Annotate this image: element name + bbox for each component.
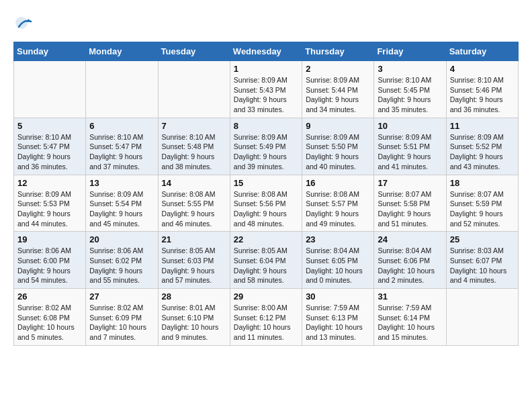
day-cell: 13Sunrise: 8:09 AM Sunset: 5:54 PM Dayli… [86, 175, 158, 232]
day-info: Sunrise: 8:09 AM Sunset: 5:50 PM Dayligh… [306, 132, 370, 172]
day-cell: 15Sunrise: 8:08 AM Sunset: 5:56 PM Dayli… [230, 175, 302, 232]
day-cell: 7Sunrise: 8:10 AM Sunset: 5:48 PM Daylig… [158, 118, 230, 175]
day-info: Sunrise: 8:01 AM Sunset: 6:10 PM Dayligh… [162, 303, 226, 342]
day-cell [446, 289, 518, 346]
day-info: Sunrise: 8:05 AM Sunset: 6:04 PM Dayligh… [234, 246, 298, 285]
calendar-body: 1Sunrise: 8:09 AM Sunset: 5:43 PM Daylig… [14, 61, 519, 346]
logo [13, 13, 38, 35]
day-info: Sunrise: 8:03 AM Sunset: 6:07 PM Dayligh… [450, 246, 515, 285]
day-number: 16 [306, 178, 370, 188]
day-number: 7 [162, 121, 226, 131]
day-number: 1 [234, 64, 298, 74]
day-cell [86, 61, 158, 118]
day-info: Sunrise: 8:10 AM Sunset: 5:48 PM Dayligh… [162, 132, 226, 172]
day-number: 5 [17, 121, 82, 131]
day-info: Sunrise: 8:10 AM Sunset: 5:46 PM Dayligh… [450, 75, 515, 115]
day-number: 20 [89, 234, 154, 244]
day-cell: 4Sunrise: 8:10 AM Sunset: 5:46 PM Daylig… [446, 61, 518, 118]
day-info: Sunrise: 8:09 AM Sunset: 5:44 PM Dayligh… [306, 75, 370, 115]
day-cell: 29Sunrise: 8:00 AM Sunset: 6:12 PM Dayli… [230, 289, 302, 346]
day-info: Sunrise: 8:05 AM Sunset: 6:03 PM Dayligh… [162, 246, 226, 285]
day-number: 2 [306, 64, 370, 74]
weekday-header-row: SundayMondayTuesdayWednesdayThursdayFrid… [14, 42, 519, 61]
day-cell: 16Sunrise: 8:08 AM Sunset: 5:57 PM Dayli… [302, 175, 374, 232]
day-number: 6 [89, 121, 154, 131]
day-cell: 12Sunrise: 8:09 AM Sunset: 5:53 PM Dayli… [14, 175, 86, 232]
week-row-3: 12Sunrise: 8:09 AM Sunset: 5:53 PM Dayli… [14, 175, 519, 232]
day-info: Sunrise: 7:59 AM Sunset: 6:13 PM Dayligh… [306, 303, 370, 342]
weekday-header-monday: Monday [86, 42, 158, 61]
day-cell: 28Sunrise: 8:01 AM Sunset: 6:10 PM Dayli… [158, 289, 230, 346]
day-info: Sunrise: 8:08 AM Sunset: 5:56 PM Dayligh… [234, 189, 298, 229]
day-cell: 18Sunrise: 8:07 AM Sunset: 5:59 PM Dayli… [446, 175, 518, 232]
day-number: 21 [162, 234, 226, 244]
day-number: 10 [378, 121, 442, 131]
day-cell: 27Sunrise: 8:02 AM Sunset: 6:09 PM Dayli… [86, 289, 158, 346]
day-info: Sunrise: 8:10 AM Sunset: 5:47 PM Dayligh… [89, 132, 154, 172]
day-info: Sunrise: 8:07 AM Sunset: 5:58 PM Dayligh… [378, 189, 442, 229]
day-cell: 26Sunrise: 8:02 AM Sunset: 6:08 PM Dayli… [14, 289, 86, 346]
day-cell: 9Sunrise: 8:09 AM Sunset: 5:50 PM Daylig… [302, 118, 374, 175]
day-cell: 8Sunrise: 8:09 AM Sunset: 5:49 PM Daylig… [230, 118, 302, 175]
day-number: 4 [450, 64, 515, 74]
day-info: Sunrise: 8:09 AM Sunset: 5:52 PM Dayligh… [450, 132, 515, 172]
day-info: Sunrise: 8:08 AM Sunset: 5:55 PM Dayligh… [162, 189, 226, 229]
week-row-5: 26Sunrise: 8:02 AM Sunset: 6:08 PM Dayli… [14, 289, 519, 346]
day-info: Sunrise: 8:09 AM Sunset: 5:43 PM Dayligh… [234, 75, 298, 115]
weekday-header-thursday: Thursday [302, 42, 374, 61]
day-number: 31 [378, 291, 442, 302]
day-cell: 6Sunrise: 8:10 AM Sunset: 5:47 PM Daylig… [86, 118, 158, 175]
weekday-header-sunday: Sunday [14, 42, 86, 61]
day-cell: 10Sunrise: 8:09 AM Sunset: 5:51 PM Dayli… [374, 118, 446, 175]
week-row-4: 19Sunrise: 8:06 AM Sunset: 6:00 PM Dayli… [14, 232, 519, 289]
day-number: 14 [162, 178, 226, 188]
day-number: 25 [450, 234, 515, 244]
day-number: 11 [450, 121, 515, 131]
day-number: 24 [378, 234, 442, 244]
day-cell [14, 61, 86, 118]
day-info: Sunrise: 8:02 AM Sunset: 6:09 PM Dayligh… [89, 303, 154, 342]
day-cell: 11Sunrise: 8:09 AM Sunset: 5:52 PM Dayli… [446, 118, 518, 175]
day-number: 9 [306, 121, 370, 131]
day-cell: 24Sunrise: 8:04 AM Sunset: 6:06 PM Dayli… [374, 232, 446, 289]
logo-icon [13, 13, 35, 35]
week-row-2: 5Sunrise: 8:10 AM Sunset: 5:47 PM Daylig… [14, 118, 519, 175]
day-number: 26 [17, 291, 82, 302]
weekday-header-wednesday: Wednesday [230, 42, 302, 61]
day-cell: 5Sunrise: 8:10 AM Sunset: 5:47 PM Daylig… [14, 118, 86, 175]
day-info: Sunrise: 8:10 AM Sunset: 5:45 PM Dayligh… [378, 75, 442, 115]
day-cell: 23Sunrise: 8:04 AM Sunset: 6:05 PM Dayli… [302, 232, 374, 289]
day-cell: 17Sunrise: 8:07 AM Sunset: 5:58 PM Dayli… [374, 175, 446, 232]
day-number: 22 [234, 234, 298, 244]
day-info: Sunrise: 8:00 AM Sunset: 6:12 PM Dayligh… [234, 303, 298, 342]
day-number: 23 [306, 234, 370, 244]
day-number: 15 [234, 178, 298, 188]
day-info: Sunrise: 8:09 AM Sunset: 5:49 PM Dayligh… [234, 132, 298, 172]
day-info: Sunrise: 8:09 AM Sunset: 5:51 PM Dayligh… [378, 132, 442, 172]
day-cell: 22Sunrise: 8:05 AM Sunset: 6:04 PM Dayli… [230, 232, 302, 289]
day-number: 8 [234, 121, 298, 131]
weekday-header-saturday: Saturday [446, 42, 518, 61]
day-number: 13 [89, 178, 154, 188]
weekday-header-friday: Friday [374, 42, 446, 61]
day-cell [158, 61, 230, 118]
calendar-header: SundayMondayTuesdayWednesdayThursdayFrid… [14, 42, 519, 61]
day-cell: 19Sunrise: 8:06 AM Sunset: 6:00 PM Dayli… [14, 232, 86, 289]
week-row-1: 1Sunrise: 8:09 AM Sunset: 5:43 PM Daylig… [14, 61, 519, 118]
day-info: Sunrise: 8:07 AM Sunset: 5:59 PM Dayligh… [450, 189, 515, 229]
day-info: Sunrise: 8:06 AM Sunset: 6:02 PM Dayligh… [89, 246, 154, 285]
calendar-table: SundayMondayTuesdayWednesdayThursdayFrid… [13, 42, 519, 346]
day-number: 12 [17, 178, 82, 188]
day-cell: 3Sunrise: 8:10 AM Sunset: 5:45 PM Daylig… [374, 61, 446, 118]
day-info: Sunrise: 8:06 AM Sunset: 6:00 PM Dayligh… [17, 246, 82, 285]
day-cell: 2Sunrise: 8:09 AM Sunset: 5:44 PM Daylig… [302, 61, 374, 118]
day-info: Sunrise: 8:04 AM Sunset: 6:06 PM Dayligh… [378, 246, 442, 285]
day-number: 29 [234, 291, 298, 302]
page-header [13, 13, 519, 35]
day-info: Sunrise: 7:59 AM Sunset: 6:14 PM Dayligh… [378, 303, 442, 342]
day-cell: 31Sunrise: 7:59 AM Sunset: 6:14 PM Dayli… [374, 289, 446, 346]
day-cell: 20Sunrise: 8:06 AM Sunset: 6:02 PM Dayli… [86, 232, 158, 289]
day-number: 17 [378, 178, 442, 188]
day-number: 30 [306, 291, 370, 302]
day-number: 18 [450, 178, 515, 188]
